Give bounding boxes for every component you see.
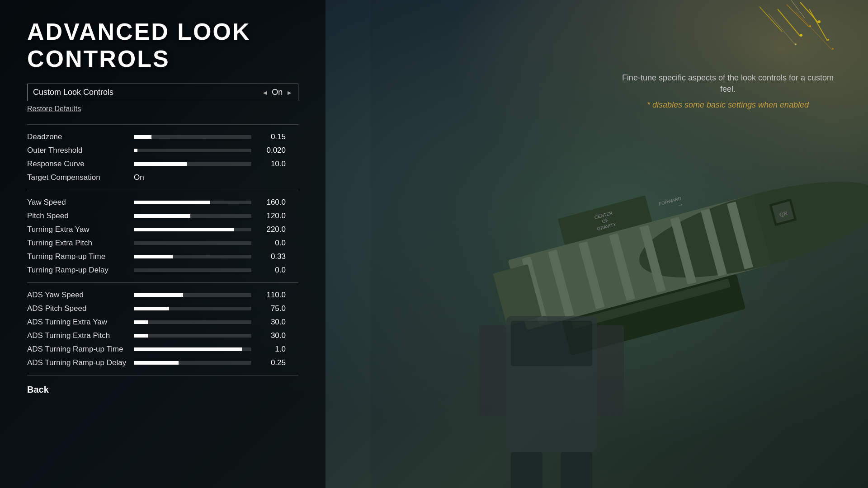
slider-pitch-speed[interactable]: [134, 214, 251, 218]
setting-value-ads-pitch-speed: 75.0: [259, 304, 286, 313]
setting-value-turning-rampup-time: 0.33: [259, 252, 286, 261]
slider-turning-extra-yaw[interactable]: [134, 228, 251, 231]
custom-look-label: Custom Look Controls: [28, 84, 256, 101]
restore-defaults-button[interactable]: Restore Defaults: [27, 105, 298, 113]
setting-label-ads-pitch-speed: ADS Pitch Speed: [27, 304, 127, 313]
setting-row-response-curve: Response Curve 10.0: [27, 157, 298, 171]
setting-row-turning-extra-yaw: Turning Extra Yaw 220.0: [27, 223, 298, 236]
setting-value-turning-rampup-delay: 0.0: [259, 266, 286, 275]
slider-ads-yaw-speed[interactable]: [134, 293, 251, 297]
custom-look-arrow-left[interactable]: ◄: [262, 89, 268, 96]
setting-label-outer-threshold: Outer Threshold: [27, 146, 127, 155]
setting-value-turning-extra-yaw: 220.0: [259, 225, 286, 234]
info-text: Fine-tune specific aspects of the look c…: [615, 72, 841, 95]
setting-value-ads-turning-extra-pitch: 30.0: [259, 331, 286, 340]
slider-outer-threshold[interactable]: [134, 149, 251, 152]
setting-value-target-compensation: On: [134, 173, 144, 182]
slider-deadzone[interactable]: [134, 135, 251, 139]
settings-group-1: Deadzone 0.15 Outer Threshold 0.020 Resp…: [27, 130, 298, 184]
setting-label-turning-rampup-time: Turning Ramp-up Time: [27, 252, 127, 261]
setting-row-ads-yaw-speed: ADS Yaw Speed 110.0: [27, 288, 298, 302]
custom-look-controls-row[interactable]: Custom Look Controls ◄ On ►: [27, 84, 298, 101]
divider-2: [27, 190, 298, 190]
custom-look-arrow-right[interactable]: ►: [286, 89, 292, 96]
setting-value-outer-threshold: 0.020: [259, 146, 286, 155]
setting-row-outer-threshold: Outer Threshold 0.020: [27, 144, 298, 157]
setting-value-yaw-speed: 160.0: [259, 198, 286, 207]
setting-row-turning-rampup-delay: Turning Ramp-up Delay 0.0: [27, 263, 298, 277]
setting-label-yaw-speed: Yaw Speed: [27, 198, 127, 207]
setting-label-turning-rampup-delay: Turning Ramp-up Delay: [27, 266, 127, 275]
setting-row-target-compensation: Target Compensation On: [27, 171, 298, 184]
setting-row-ads-turning-extra-pitch: ADS Turning Extra Pitch 30.0: [27, 329, 298, 343]
setting-row-deadzone: Deadzone 0.15: [27, 130, 298, 144]
setting-value-ads-turning-rampup-time: 1.0: [259, 345, 286, 354]
setting-value-pitch-speed: 120.0: [259, 211, 286, 221]
setting-label-ads-turning-rampup-time: ADS Turning Ramp-up Time: [27, 345, 127, 354]
custom-look-value-container[interactable]: ◄ On ►: [256, 84, 298, 101]
slider-ads-turning-rampup-delay[interactable]: [134, 361, 251, 365]
info-warning: * disables some basic settings when enab…: [615, 100, 841, 110]
setting-value-deadzone: 0.15: [259, 132, 286, 141]
setting-label-ads-turning-extra-yaw: ADS Turning Extra Yaw: [27, 318, 127, 327]
setting-row-turning-rampup-time: Turning Ramp-up Time 0.33: [27, 250, 298, 263]
setting-value-ads-yaw-speed: 110.0: [259, 291, 286, 300]
setting-label-ads-turning-extra-pitch: ADS Turning Extra Pitch: [27, 331, 127, 340]
setting-value-ads-turning-rampup-delay: 0.25: [259, 358, 286, 367]
slider-ads-turning-extra-pitch[interactable]: [134, 334, 251, 338]
setting-row-ads-turning-rampup-delay: ADS Turning Ramp-up Delay 0.25: [27, 356, 298, 370]
setting-label-deadzone: Deadzone: [27, 132, 127, 141]
setting-row-turning-extra-pitch: Turning Extra Pitch 0.0: [27, 236, 298, 250]
setting-row-yaw-speed: Yaw Speed 160.0: [27, 196, 298, 209]
setting-label-turning-extra-pitch: Turning Extra Pitch: [27, 239, 127, 248]
divider-4: [27, 375, 298, 375]
page-title: ADVANCED LOOK CONTROLS: [27, 18, 298, 72]
slider-turning-rampup-time[interactable]: [134, 255, 251, 258]
setting-row-ads-turning-extra-yaw: ADS Turning Extra Yaw 30.0: [27, 315, 298, 329]
slider-ads-turning-rampup-time[interactable]: [134, 347, 251, 351]
info-panel: Fine-tune specific aspects of the look c…: [615, 72, 841, 110]
slider-response-curve[interactable]: [134, 162, 251, 166]
setting-value-response-curve: 10.0: [259, 160, 286, 169]
slider-turning-rampup-delay[interactable]: [134, 268, 251, 272]
setting-label-target-compensation: Target Compensation: [27, 173, 127, 182]
setting-value-ads-turning-extra-yaw: 30.0: [259, 318, 286, 327]
setting-label-ads-yaw-speed: ADS Yaw Speed: [27, 291, 127, 300]
slider-yaw-speed[interactable]: [134, 201, 251, 204]
settings-group-3: ADS Yaw Speed 110.0 ADS Pitch Speed 75.0…: [27, 288, 298, 370]
setting-row-pitch-speed: Pitch Speed 120.0: [27, 209, 298, 223]
divider-1: [27, 124, 298, 125]
divider-3: [27, 282, 298, 283]
slider-ads-pitch-speed[interactable]: [134, 307, 251, 310]
setting-value-turning-extra-pitch: 0.0: [259, 239, 286, 248]
setting-label-response-curve: Response Curve: [27, 160, 127, 169]
setting-label-pitch-speed: Pitch Speed: [27, 211, 127, 221]
back-button[interactable]: Back: [27, 385, 298, 395]
setting-row-ads-pitch-speed: ADS Pitch Speed 75.0: [27, 302, 298, 315]
settings-panel: ADVANCED LOOK CONTROLS Custom Look Contr…: [0, 0, 326, 488]
slider-ads-turning-extra-yaw[interactable]: [134, 320, 251, 324]
slider-turning-extra-pitch[interactable]: [134, 241, 251, 245]
custom-look-value: On: [272, 88, 283, 97]
setting-row-ads-turning-rampup-time: ADS Turning Ramp-up Time 1.0: [27, 343, 298, 356]
settings-group-2: Yaw Speed 160.0 Pitch Speed 120.0 Turnin…: [27, 196, 298, 277]
setting-label-turning-extra-yaw: Turning Extra Yaw: [27, 225, 127, 234]
setting-label-ads-turning-rampup-delay: ADS Turning Ramp-up Delay: [27, 358, 127, 367]
